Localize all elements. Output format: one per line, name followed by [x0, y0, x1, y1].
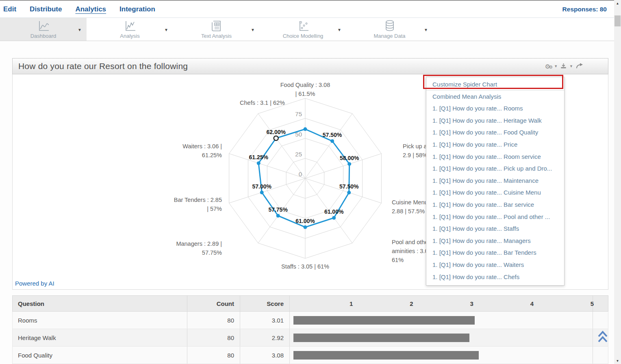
menu-item[interactable]: 1. [Q1] How do you rate... Room service — [426, 151, 564, 163]
scale-header-label: 2 — [410, 300, 413, 307]
analytics-toolbar: Dashboard▼Analysis▼Text Analysis▼Choice … — [0, 18, 614, 41]
download-icon[interactable] — [560, 63, 567, 70]
scrollbar-thumb[interactable] — [614, 15, 621, 26]
column-header-score: Score — [240, 296, 290, 311]
nav-menu: EditDistributeAnalyticsIntegration — [3, 5, 155, 13]
radar-point-label: 61.00% — [295, 218, 315, 224]
toolbar-tab-text-analysis[interactable]: Text Analysis▼ — [173, 18, 260, 41]
chevron-down-icon[interactable]: ▼ — [424, 28, 428, 32]
nav-item-edit[interactable]: Edit — [3, 5, 16, 13]
score-bar-cell — [290, 329, 593, 346]
line-chart-icon — [37, 20, 50, 32]
menu-item[interactable]: 1. [Q1] How do you rate... Bar service — [426, 199, 564, 211]
scrollbar-up-arrow-icon[interactable]: ▲ — [614, 0, 621, 6]
chevron-down-icon[interactable]: ▼ — [337, 28, 341, 32]
menu-item[interactable]: 1. [Q1] How do you rate... Cuisine Menu — [426, 186, 564, 199]
scroll-to-top-button[interactable] — [597, 328, 609, 345]
radar-category-label: Chefs : 3.1 | 62% — [240, 100, 285, 106]
nav-item-integration[interactable]: Integration — [119, 5, 155, 13]
radar-category-label: 57.75% — [202, 249, 222, 256]
table-row: Rooms803.01 — [12, 312, 608, 329]
menu-item-customize-spider-chart[interactable]: Customize Spider Chart — [426, 78, 564, 91]
radar-point-label: 61.00% — [324, 208, 344, 215]
toolbar-tab-analysis[interactable]: Analysis▼ — [87, 18, 173, 41]
toolbar-tab-choice-modelling[interactable]: Choice Modelling▼ — [260, 18, 346, 41]
scale-header-label: 1 — [350, 300, 353, 307]
radar-category-label: 2.9 | 58% — [403, 152, 428, 158]
menu-item[interactable]: 1. [Q1] How do you rate... Staffs — [426, 223, 564, 235]
radar-point[interactable] — [260, 191, 264, 194]
chevron-down-icon[interactable]: ▼ — [78, 28, 82, 32]
menu-item[interactable]: 1. [Q1] How do you rate... Chefs — [426, 271, 564, 283]
menu-item[interactable]: 1. [Q1] How do you rate... Maintenance — [426, 175, 564, 187]
radar-point-label: 62.00% — [266, 129, 286, 135]
radar-category-label: Waiters : 3.06 | — [182, 143, 222, 150]
radar-tick-label: 25 — [295, 151, 302, 158]
vertical-scrollbar[interactable]: ▲ ▼ — [614, 0, 621, 364]
radar-point[interactable] — [276, 214, 280, 218]
chevron-down-icon[interactable]: ▼ — [251, 28, 255, 32]
powered-by-ai-link[interactable]: Powered by AI — [15, 280, 54, 287]
menu-item[interactable]: 1. [Q1] How do you rate... Managers — [426, 235, 564, 247]
radar-point-label: 58.00% — [340, 155, 359, 161]
settings-gears-icon[interactable]: ⚙⁠⚙ — [545, 63, 551, 69]
double-chevron-up-icon — [597, 328, 609, 345]
menu-item[interactable]: 1. [Q1] How do you rate... Heritage Walk — [426, 115, 564, 127]
radar-point[interactable] — [347, 162, 351, 166]
score-bar — [293, 316, 475, 325]
radar-point[interactable] — [304, 127, 307, 131]
radar-category-label: | 61.5% — [295, 91, 315, 97]
scale-header: 12345 — [290, 296, 593, 311]
summary-table: QuestionCountScore12345Rooms803.01Herita… — [12, 295, 608, 364]
menu-item[interactable]: 1. [Q1] How do you rate... Waiters — [426, 259, 564, 271]
radar-category-label: 61% — [392, 257, 404, 263]
menu-item[interactable]: 1. [Q1] How do you rate... Price — [426, 139, 564, 151]
radar-axis-spoke — [305, 114, 352, 178]
scale-header-label: 4 — [530, 300, 534, 307]
radar-tick-label: 0 — [299, 171, 302, 178]
radar-point-label: 57.75% — [268, 206, 288, 213]
chevron-down-icon[interactable]: ▼ — [569, 64, 573, 68]
count-cell: 80 — [187, 347, 240, 364]
document-icon — [211, 20, 222, 32]
menu-item[interactable]: Combined Mean Analysis — [426, 91, 564, 103]
radar-point[interactable] — [330, 139, 334, 143]
radar-point-highlighted[interactable] — [274, 136, 278, 141]
scale-header-label: 5 — [591, 300, 594, 307]
radar-point[interactable] — [332, 216, 336, 220]
menu-item[interactable]: 1. [Q1] How do you rate... Pool and othe… — [426, 211, 564, 223]
score-cell: 3.01 — [240, 312, 290, 329]
toolbar-tab-manage-data[interactable]: Manage Data▼ — [346, 18, 433, 41]
scale-header-label: 3 — [470, 300, 473, 307]
toolbar-tab-dashboard[interactable]: Dashboard▼ — [0, 18, 87, 41]
count-cell: 80 — [187, 312, 240, 329]
scrollbar-down-arrow-icon[interactable]: ▼ — [614, 358, 621, 364]
radar-point[interactable] — [347, 191, 351, 195]
radar-point-label: 57.50% — [339, 183, 359, 190]
radar-category-label: Staffs : 3.05 | 61% — [281, 263, 329, 270]
radar-axis-spoke — [258, 114, 305, 178]
question-cell: Rooms — [13, 312, 187, 329]
nav-item-analytics[interactable]: Analytics — [75, 5, 106, 13]
table-row: Food Quality803.08 — [12, 347, 608, 364]
radar-category-label: Cuisine Menu : — [392, 199, 431, 206]
radar-point[interactable] — [304, 225, 307, 229]
menu-item[interactable]: 1. [Q1] How do you rate... Bar Tenders — [426, 247, 564, 259]
radar-point-label: 57.50% — [323, 132, 342, 138]
chart-options-menu: Customize Spider ChartCombined Mean Anal… — [426, 77, 565, 286]
menu-item[interactable]: 1. [Q1] How do you rate... Rooms — [426, 102, 564, 115]
share-icon[interactable] — [576, 63, 584, 70]
chevron-down-icon[interactable]: ▼ — [554, 64, 558, 68]
question-cell: Heritage Walk — [13, 329, 187, 346]
radar-point[interactable] — [257, 161, 261, 165]
chevron-down-icon[interactable]: ▼ — [164, 28, 168, 32]
radar-category-label: Managers : 2.89 | — [176, 240, 222, 247]
score-bar — [293, 334, 469, 342]
menu-item[interactable]: 1. [Q1] How do you rate... Food Quality — [426, 126, 564, 139]
radar-point-label: 61.25% — [249, 154, 269, 160]
menu-item[interactable]: 1. [Q1] How do you rate... Pick up and D… — [426, 162, 564, 175]
top-navigation: EditDistributeAnalyticsIntegration Respo… — [0, 0, 614, 18]
nav-item-distribute[interactable]: Distribute — [30, 5, 62, 13]
score-cell: 2.92 — [240, 329, 290, 346]
panel-action-icons: ⚙⁠⚙ ▼ ▼ — [545, 63, 584, 70]
